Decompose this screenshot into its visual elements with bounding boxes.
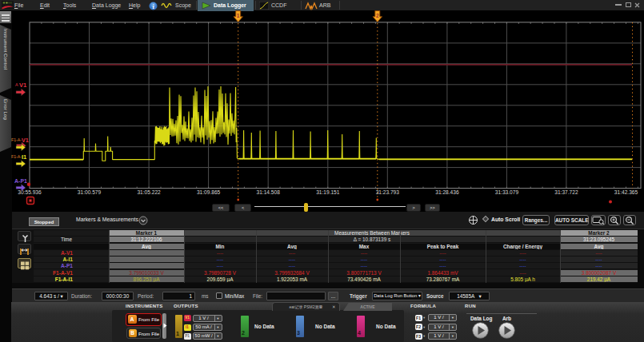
svg-text:1: 1: [237, 13, 240, 18]
svg-text:F1-A-: F1-A-: [11, 154, 22, 159]
svg-text:31:00.579: 31:00.579: [78, 189, 102, 195]
svg-text:31:14.508: 31:14.508: [257, 189, 281, 195]
svg-text:31:42.365: 31:42.365: [614, 189, 638, 195]
svg-text:31:09.865: 31:09.865: [197, 189, 221, 195]
svg-text:V1: V1: [19, 82, 27, 89]
svg-text:31:28.436: 31:28.436: [435, 189, 459, 195]
svg-text:A-P1: A-P1: [14, 178, 27, 184]
svg-text:31:23.793: 31:23.793: [376, 189, 400, 195]
svg-text:A: A: [15, 82, 18, 87]
svg-text:31:37.722: 31:37.722: [554, 189, 578, 195]
svg-text:2: 2: [376, 13, 379, 18]
svg-text:31:33.079: 31:33.079: [495, 189, 519, 195]
svg-text:31:19.151: 31:19.151: [316, 189, 340, 195]
svg-text:F1-A-: F1-A-: [11, 137, 22, 142]
svg-text:I1: I1: [22, 153, 27, 161]
svg-text:31:05.222: 31:05.222: [137, 189, 161, 195]
